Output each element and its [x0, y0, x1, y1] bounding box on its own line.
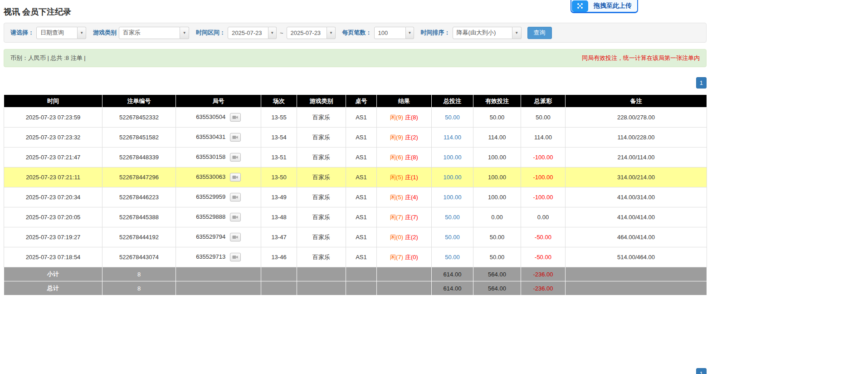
query-type-dropdown-button[interactable]: ▼: [78, 27, 86, 39]
pagination-bottom: 1: [4, 368, 707, 374]
total-bet-link[interactable]: 50.00: [445, 114, 460, 121]
chevron-down-icon: ▼: [515, 31, 518, 35]
round-number: 635529959: [196, 193, 225, 200]
total-bet-link[interactable]: 114.00: [444, 134, 461, 141]
cell-bet-id: 522678446223: [102, 187, 176, 207]
sort-order-input[interactable]: [453, 27, 512, 39]
player-result: 闲(7): [390, 214, 403, 221]
cell-valid-bet: 100.00: [473, 167, 521, 187]
cell-session: 13-47: [261, 227, 297, 247]
upload-label: 拖拽至此上传: [588, 2, 637, 10]
table-row: 2025-07-23 07:19:27 522678444192 6355297…: [4, 227, 707, 247]
video-replay-button[interactable]: [230, 113, 241, 122]
video-replay-button[interactable]: [230, 173, 241, 182]
page-size-input[interactable]: [374, 27, 406, 39]
total-bet-link[interactable]: 100.00: [444, 194, 462, 201]
video-replay-button[interactable]: [230, 233, 241, 241]
cell-table: AS1: [346, 207, 377, 227]
cell-time: 2025-07-23 07:23:59: [4, 108, 102, 128]
table-row: 2025-07-23 07:20:05 522678445388 6355298…: [4, 207, 707, 227]
banker-result: 庄(8): [405, 114, 418, 121]
total-bet-link[interactable]: 100.00: [444, 154, 462, 161]
cell-round: 635530158: [176, 148, 261, 167]
cell-note: 214.00/114.00: [566, 148, 707, 167]
date-from-input[interactable]: [228, 27, 268, 39]
video-replay-button[interactable]: [230, 253, 241, 261]
player-result: 闲(6): [390, 154, 403, 161]
page-1-button-bottom[interactable]: 1: [696, 368, 707, 374]
empty-cell: [261, 281, 297, 295]
banker-result: 庄(7): [405, 214, 418, 221]
total-bet-link[interactable]: 50.00: [445, 234, 460, 241]
cell-time: 2025-07-23 07:20:34: [4, 187, 102, 207]
cell-time: 2025-07-23 07:20:05: [4, 207, 102, 227]
game-type-dropdown-button[interactable]: ▼: [180, 27, 189, 39]
date-to-select: ▼: [287, 27, 336, 39]
filter-bar: 请选择： ▼ 游戏类别 ▼ 时间区间： ▼ ~ ▼ 每页笔数： ▼ 时间排序： …: [4, 23, 707, 43]
empty-cell: [346, 267, 377, 281]
cell-table: AS1: [346, 167, 377, 187]
camera-icon: [232, 195, 238, 200]
camera-icon: [232, 175, 238, 180]
upload-dropzone[interactable]: 拖拽至此上传: [571, 0, 638, 13]
video-replay-button[interactable]: [230, 153, 241, 162]
cell-time: 2025-07-23 07:23:32: [4, 128, 102, 148]
round-number: 635530504: [196, 113, 225, 120]
cell-payout: -50.00: [521, 247, 566, 267]
date-from-select: ▼: [228, 27, 277, 39]
round-number: 635530431: [196, 133, 225, 140]
table-row: 2025-07-23 07:20:34 522678446223 6355299…: [4, 187, 707, 207]
cell-round: 635530063: [176, 167, 261, 187]
page-size-dropdown-button[interactable]: ▼: [406, 27, 414, 39]
subtotal-row: 小计 8 614.00 564.00 -236.00: [4, 267, 707, 281]
date-to-dropdown-button[interactable]: ▼: [327, 27, 335, 39]
empty-cell: [566, 267, 707, 281]
player-result: 闲(5): [390, 194, 403, 201]
header-valid-bet: 有效投注: [473, 95, 521, 108]
cell-table: AS1: [346, 148, 377, 167]
game-type-select: ▼: [119, 27, 189, 39]
query-type-label: 请选择：: [10, 29, 34, 37]
video-replay-button[interactable]: [230, 133, 241, 142]
page-1-button[interactable]: 1: [696, 77, 707, 89]
cell-valid-bet: 50.00: [473, 108, 521, 128]
search-button[interactable]: 查询: [527, 27, 552, 39]
banker-result: 庄(2): [405, 134, 418, 141]
cell-table: AS1: [346, 128, 377, 148]
empty-cell: [377, 281, 432, 295]
query-type-input[interactable]: [36, 27, 78, 39]
cell-table: AS1: [346, 247, 377, 267]
cell-payout: -100.00: [521, 148, 566, 167]
video-replay-button[interactable]: [230, 193, 241, 202]
top-bar: 视讯 会员下注纪录 拖拽至此上传: [0, 0, 868, 23]
cell-payout: 114.00: [521, 128, 566, 148]
subtotal-label: 小计: [4, 267, 102, 281]
cell-note: 414.00/314.00: [566, 187, 707, 207]
empty-cell: [346, 281, 377, 295]
player-result: 闲(9): [390, 134, 403, 141]
header-round: 局号: [176, 95, 261, 108]
date-to-input[interactable]: [287, 27, 327, 39]
total-bet-link[interactable]: 50.00: [445, 254, 460, 261]
date-from-dropdown-button[interactable]: ▼: [268, 27, 277, 39]
total-bet-link[interactable]: 50.00: [445, 214, 460, 221]
video-replay-button[interactable]: [230, 213, 241, 221]
cell-valid-bet: 100.00: [473, 148, 521, 167]
header-session: 场次: [261, 95, 297, 108]
cell-result: 闲(7)庄(0): [377, 247, 432, 267]
empty-cell: [297, 267, 346, 281]
total-bet-link[interactable]: 100.00: [444, 174, 462, 181]
table-header-row: 时间 注单编号 局号 场次 游戏类别 桌号 结果 总投注 有效投注 总派彩 备注: [4, 95, 707, 108]
header-time: 时间: [4, 95, 102, 108]
cell-game-type: 百家乐: [297, 148, 346, 167]
cell-bet-id: 522678451582: [102, 128, 176, 148]
sort-order-dropdown-button[interactable]: ▼: [512, 27, 522, 39]
round-number: 635529888: [196, 213, 225, 220]
header-payout: 总派彩: [521, 95, 566, 108]
cell-valid-bet: 50.00: [473, 227, 521, 247]
game-type-input[interactable]: [119, 27, 180, 39]
cell-note: 314.00/214.00: [566, 167, 707, 187]
dice-icon: [572, 0, 588, 12]
cell-round: 635529713: [176, 247, 261, 267]
cell-valid-bet: 100.00: [473, 187, 521, 207]
